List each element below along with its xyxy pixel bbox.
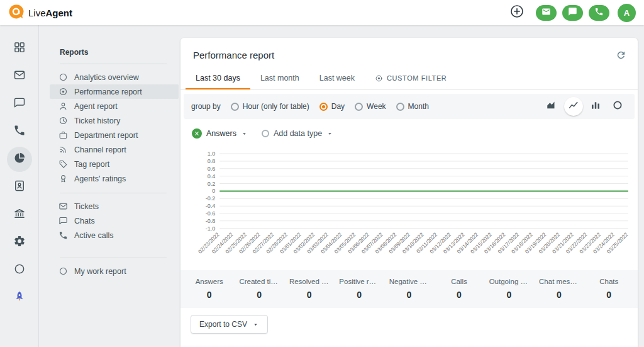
gear-icon [13, 235, 26, 250]
user-avatar[interactable]: A [618, 4, 636, 22]
stat-answers: Answers0 [184, 278, 234, 300]
sidebar-item-label: Chats [74, 217, 95, 225]
topbar-new-call-button[interactable] [589, 5, 609, 21]
tag-icon [58, 159, 68, 169]
plus-circle-icon [509, 4, 525, 21]
svg-text:0.6: 0.6 [208, 166, 216, 172]
radio-unselected-icon [396, 103, 404, 111]
tab-last-week[interactable]: Last week [309, 68, 365, 89]
tab-custom-filter[interactable]: CUSTOM FILTER [365, 68, 457, 89]
tab-last-month[interactable]: Last month [250, 68, 309, 89]
chart-type-line-button[interactable] [564, 97, 583, 116]
rail-item-chats[interactable] [7, 91, 32, 117]
series-row: Answers Add data type [180, 119, 638, 142]
line-chart: 1.00.80.60.40.20-0.2-0.4-0.6-0.8-1.002/2… [191, 147, 631, 265]
rail-item-tickets[interactable] [7, 64, 32, 89]
nav-rail [0, 25, 39, 347]
rail-item-dashboard[interactable] [7, 36, 32, 61]
rail-item-billing[interactable] [7, 202, 32, 227]
stat-value: 0 [584, 290, 634, 300]
refresh-button[interactable] [616, 50, 626, 60]
groupby-radio-week[interactable]: Week [355, 102, 386, 111]
phone-solid-icon [594, 7, 604, 19]
chat-solid-icon [568, 7, 577, 19]
sidebar-title: Reports [40, 48, 180, 57]
groupby-radio-day[interactable]: Day [319, 102, 345, 111]
export-csv-button[interactable]: Export to CSV [191, 315, 268, 334]
sidebar-item-label: Tickets [74, 202, 99, 211]
sidebar-divider [60, 64, 167, 64]
stat-outgoing-calls: Outgoing calls0 [484, 278, 534, 300]
circle-icon [58, 72, 68, 82]
clock-icon [58, 116, 68, 125]
groupby-radio-month[interactable]: Month [396, 102, 429, 111]
mail-icon [58, 202, 68, 211]
topbar-new-chat-button[interactable] [562, 5, 583, 21]
sidebar-item-label: Department report [74, 131, 138, 140]
liveagent-logo[interactable]: LiveAgent [8, 4, 72, 22]
series-chip-answers[interactable]: Answers [192, 128, 248, 139]
tab-last-30-days[interactable]: Last 30 days [186, 68, 250, 89]
caret-down-icon [252, 321, 259, 328]
card-header: Performance report [180, 38, 638, 68]
sidebar-item-channel-report[interactable]: Channel report [50, 142, 179, 157]
sidebar-item-my-work-report[interactable]: My work report [50, 264, 179, 278]
stat-resolved-tickets: Resolved tickets0 [284, 278, 334, 300]
sidebar-item-department-report[interactable]: Department report [50, 128, 179, 142]
sidebar-item-active-calls[interactable]: Active calls [50, 228, 179, 242]
stat-value: 0 [184, 290, 234, 300]
add-new-button[interactable] [509, 4, 525, 21]
sidebar-item-performance-report[interactable]: Performance report [50, 84, 179, 99]
svg-text:0.8: 0.8 [208, 158, 216, 164]
sidebar-item-tag-report[interactable]: Tag report [50, 157, 179, 171]
person-icon [58, 101, 68, 111]
stat-value: 0 [484, 290, 534, 300]
rail-item-reports[interactable] [7, 147, 32, 172]
sidebar-item-tickets[interactable]: Tickets [50, 199, 179, 213]
rail-item-getting-started[interactable] [7, 285, 32, 310]
radio-unselected-icon [231, 103, 239, 111]
sidebar-item-analytics-overview[interactable]: Analytics overview [50, 70, 179, 84]
stat-chats: Chats0 [584, 278, 634, 300]
topbar-new-ticket-button[interactable] [536, 5, 557, 21]
stat-label: Answers [184, 278, 234, 285]
svg-text:0.4: 0.4 [208, 173, 216, 179]
groupby-label: group by [191, 102, 221, 111]
sidebar-item-agents-ratings[interactable]: Agents' ratings [50, 171, 179, 186]
medal-icon [58, 174, 68, 183]
export-row: Export to CSV [180, 308, 638, 341]
svg-text:1.0: 1.0 [208, 151, 216, 157]
liveagent-logo-icon [8, 4, 24, 22]
rail-item-calls[interactable] [7, 119, 32, 144]
logo-text-agent: Agent [46, 8, 73, 18]
stat-value: 0 [534, 290, 584, 300]
sidebar-item-ticket-history[interactable]: Ticket history [50, 113, 179, 128]
stat-created-tickets: Created tickets0 [234, 278, 284, 300]
series-chip-label: Answers [206, 129, 236, 138]
sidebar-item-agent-report[interactable]: Agent report [50, 99, 179, 113]
stat-calls: Calls0 [434, 278, 484, 300]
sidebar-item-chats[interactable]: Chats [50, 213, 179, 228]
groupby-radio-hour-only-for-table[interactable]: Hour (only for table) [231, 102, 309, 111]
ring-icon [612, 100, 623, 113]
chart-type-donut-button[interactable] [608, 97, 627, 116]
bank-icon [13, 207, 26, 222]
line-chart-icon [568, 100, 579, 113]
chart-type-bar-button[interactable] [586, 97, 605, 116]
remove-series-icon[interactable] [192, 128, 202, 139]
chart-type-area-button[interactable] [542, 97, 561, 116]
chart-type-switcher [542, 97, 627, 116]
logo-text-live: Live [28, 8, 46, 18]
stat-value: 0 [434, 290, 484, 300]
groupby-toolbar: group by Hour (only for table)DayWeekMon… [184, 94, 635, 119]
topbar-actions-area: A [509, 4, 636, 22]
add-data-type-button[interactable]: Add data type [262, 129, 333, 138]
address-book-icon [13, 179, 26, 195]
filter-target-icon [375, 74, 383, 82]
rail-item-status[interactable] [7, 258, 32, 283]
dashboard-icon [13, 41, 26, 56]
stat-label: Calls [434, 278, 484, 285]
rail-item-settings[interactable] [7, 230, 32, 255]
mail-icon [13, 69, 26, 84]
rail-item-customers[interactable] [7, 174, 32, 200]
